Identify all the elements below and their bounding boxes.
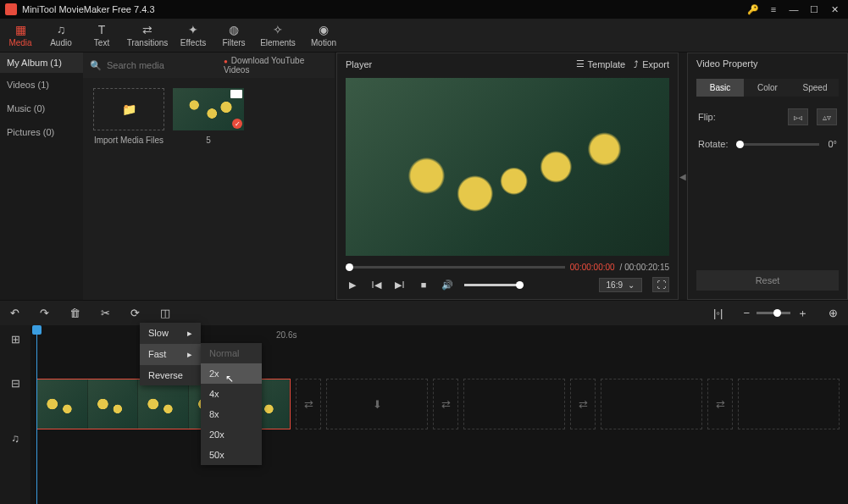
snap-button[interactable]: |◦| (713, 307, 723, 319)
property-panel: Video Property BasicColorSpeed Flip: ▹◃ … (687, 53, 848, 300)
fast-option-8x[interactable]: 8x (201, 404, 262, 424)
property-title: Video Property (688, 53, 847, 74)
zoom-fit-button[interactable]: ⊕ (829, 307, 838, 319)
prev-frame-button[interactable]: I◀ (369, 280, 383, 291)
play-button[interactable]: ▶ (346, 280, 359, 291)
progress-track[interactable] (346, 266, 565, 269)
crop-button[interactable]: ◫ (160, 307, 170, 319)
tool-motion-icon: ◉ (319, 23, 329, 36)
undo-button[interactable]: ↶ (10, 307, 19, 319)
tool-transitions[interactable]: ⇄Transitions (122, 19, 173, 52)
prop-tab-speed[interactable]: Speed (791, 79, 839, 97)
template-button[interactable]: ☰Template (576, 58, 626, 69)
split-button[interactable]: ✂ (101, 307, 110, 319)
premium-key-icon[interactable]: 🔑 (745, 4, 762, 15)
player-title: Player (346, 59, 372, 69)
speed-button[interactable]: ⟳ (130, 307, 140, 319)
speed-slow-item[interactable]: Slow▸ (140, 323, 201, 344)
zoom-out-button[interactable]: − (743, 307, 750, 319)
media-category[interactable]: Videos (1) (0, 73, 83, 97)
empty-slot[interactable] (463, 379, 565, 429)
transition-slot[interactable]: ⇄ (707, 379, 733, 429)
video-track-icon[interactable]: ⊟ (0, 353, 30, 413)
search-input[interactable] (107, 60, 224, 70)
fast-option-4x[interactable]: 4x (201, 384, 262, 404)
template-icon: ☰ (576, 58, 585, 69)
tool-audio-icon: ♫ (57, 23, 66, 36)
chevron-right-icon: ▸ (187, 328, 192, 339)
aspect-ratio-select[interactable]: 16:9⌄ (599, 278, 642, 292)
tool-elements[interactable]: ✧Elements (254, 19, 302, 52)
empty-slot[interactable] (601, 379, 702, 429)
zoom-slider[interactable] (757, 312, 790, 314)
speed-fast-item[interactable]: Fast▸ (140, 344, 201, 365)
album-header[interactable]: My Album (1) (0, 53, 83, 73)
media-search-bar: 🔍 Download YouTube Videos (83, 53, 335, 78)
fullscreen-button[interactable]: ⛶ (652, 277, 669, 292)
transition-slot[interactable]: ⇄ (433, 379, 458, 429)
audio-track-icon[interactable]: ♫ (0, 413, 30, 463)
edit-bar: ↶ ↷ 🗑 ✂ ⟳ ◫ |◦| − ＋ ⊕ (0, 300, 848, 325)
media-category[interactable]: Pictures (0) (0, 120, 83, 144)
playhead[interactable] (36, 325, 37, 504)
add-track-button[interactable]: ⊞ (0, 325, 30, 353)
export-button[interactable]: ⤴Export (634, 59, 669, 69)
tool-text[interactable]: TText (81, 19, 122, 52)
top-toolbar: ▦Media♫AudioTText⇄Transitions✦Effects◍Fi… (0, 19, 848, 53)
flip-label: Flip: (698, 112, 716, 122)
import-label: Import Media Files (94, 136, 164, 145)
stop-button[interactable]: ■ (417, 280, 430, 290)
media-sidebar: My Album (1) Videos (1)Music (0)Pictures… (0, 53, 83, 300)
tool-motion[interactable]: ◉Motion (302, 19, 346, 52)
prop-tab-color[interactable]: Color (744, 79, 791, 97)
tool-audio[interactable]: ♫Audio (41, 19, 81, 52)
flip-horizontal-button[interactable]: ▹◃ (788, 108, 808, 125)
reset-button[interactable]: Reset (696, 270, 839, 291)
app-logo-icon (5, 3, 17, 15)
media-category[interactable]: Music (0) (0, 97, 83, 120)
import-media-button[interactable]: 📁 (93, 88, 164, 130)
ruler-tick: 20.6s (276, 330, 297, 340)
empty-slot[interactable] (738, 379, 840, 429)
fast-option-20x[interactable]: 20x (201, 424, 262, 445)
tool-media[interactable]: ▦Media (0, 19, 41, 52)
expand-handle[interactable]: ◀ (679, 53, 687, 300)
tool-transitions-icon: ⇄ (142, 23, 152, 36)
delete-button[interactable]: 🗑 (69, 307, 80, 319)
chevron-down-icon: ⌄ (628, 280, 635, 290)
timeline[interactable]: ⊞ ⊟ ♫ 20.6s ⇄ ⬇ ⇄ ⇄ ⇄ (0, 325, 848, 504)
download-youtube-link[interactable]: Download YouTube Videos (224, 56, 328, 75)
media-panel: 🔍 Download YouTube Videos 📁 Import Media… (83, 53, 335, 300)
fast-normal-item[interactable]: Normal (201, 343, 262, 363)
media-thumbnail[interactable]: ✓ (173, 88, 244, 130)
maximize-button[interactable]: ☐ (806, 4, 823, 15)
transition-slot[interactable]: ⇄ (296, 379, 321, 429)
fast-option-50x[interactable]: 50x (201, 445, 262, 465)
volume-icon[interactable]: 🔊 (441, 280, 454, 291)
search-icon: 🔍 (90, 60, 102, 71)
close-button[interactable]: ✕ (826, 4, 843, 15)
video-preview[interactable] (346, 78, 669, 256)
next-frame-button[interactable]: ▶I (393, 280, 407, 291)
thumb-count: 5 (206, 136, 211, 145)
prop-tab-basic[interactable]: Basic (696, 79, 744, 97)
rotate-label: Rotate: (698, 139, 728, 149)
rotate-slider[interactable] (736, 143, 819, 146)
menu-icon[interactable]: ≡ (765, 4, 782, 14)
redo-button[interactable]: ↷ (40, 307, 49, 319)
empty-slot[interactable]: ⬇ (326, 379, 428, 429)
tool-filters[interactable]: ◍Filters (213, 19, 254, 52)
tool-elements-icon: ✧ (273, 23, 283, 36)
speed-reverse-item[interactable]: Reverse (140, 365, 201, 385)
chevron-right-icon: ▸ (187, 349, 192, 360)
transition-slot[interactable]: ⇄ (570, 379, 596, 429)
minimize-button[interactable]: — (785, 4, 802, 14)
zoom-in-button[interactable]: ＋ (797, 306, 808, 321)
fast-option-2x[interactable]: 2x (201, 363, 262, 384)
tool-effects[interactable]: ✦Effects (173, 19, 213, 52)
tool-filters-icon: ◍ (229, 23, 239, 36)
flip-vertical-button[interactable]: ▵▿ (817, 108, 837, 125)
titlebar: MiniTool MovieMaker Free 7.4.3 🔑 ≡ — ☐ ✕ (0, 0, 848, 19)
volume-slider[interactable] (464, 284, 524, 286)
video-badge-icon (230, 90, 242, 98)
